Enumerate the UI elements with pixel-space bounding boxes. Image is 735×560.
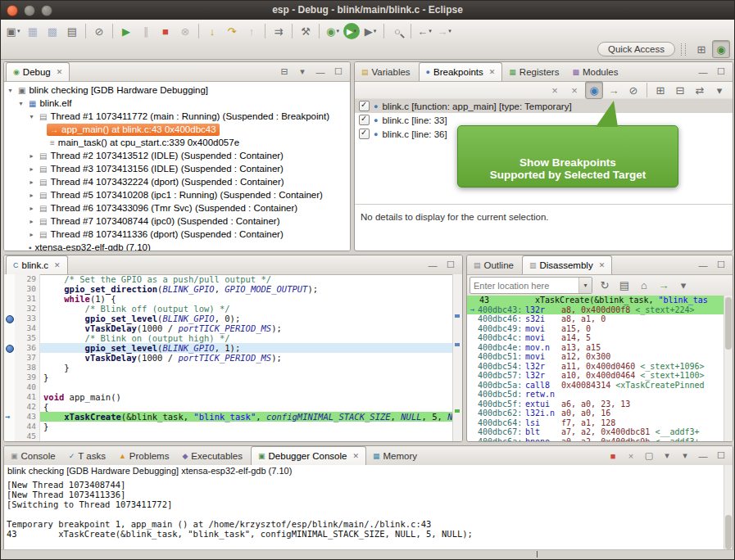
debug-tree-row[interactable]: ▾▤Thread #1 1073411772 (main : Running) … [4, 110, 350, 123]
breakpoint-gutter-cell[interactable] [4, 274, 15, 284]
tab-console[interactable]: ▣Console [4, 446, 62, 465]
debug-tree-row[interactable]: ▸▤Thread #5 1073410208 (ipc1 : Running) … [4, 188, 350, 201]
line-number[interactable]: 45 [15, 431, 40, 441]
run-icon[interactable]: ▶ [343, 23, 360, 39]
line-number[interactable]: 34 [15, 323, 40, 333]
disassembly-row[interactable]: 400dbc46:s32ia8, a1, 0 [467, 314, 724, 324]
tree-item[interactable]: ▤Thread #1 1073411772 (main : Running) (… [36, 111, 333, 123]
disassembly-row[interactable]: 400dbc54:l32ra11, 0x400d0460<_stext+1096… [467, 362, 724, 372]
breakpoint-gutter-cell[interactable] [4, 363, 15, 373]
debug-tree[interactable]: ▾▣blink checking [GDB Hardware Debugging… [4, 82, 350, 251]
build-icon[interactable]: ⚒ [297, 22, 315, 40]
breakpoint-gutter-cell[interactable] [4, 284, 15, 294]
tree-expander-icon[interactable]: ▸ [27, 218, 36, 225]
debug-tree-row[interactable]: →app_main() at blink.c:43 0x400dbc43 [4, 123, 350, 136]
tree-item[interactable]: ▣blink checking [GDB Hardware Debugging] [15, 84, 211, 97]
skip-all-breakpoints-icon[interactable]: ⊘ [90, 22, 108, 40]
resume-icon[interactable]: ▶ [117, 22, 135, 40]
maximize-view-icon[interactable]: ☐ [330, 64, 347, 80]
window-maximize-button[interactable] [41, 5, 52, 16]
minimize-view-icon[interactable]: — [695, 64, 711, 80]
tree-expander-icon[interactable]: ▸ [27, 152, 36, 160]
breakpoint-gutter-cell[interactable] [4, 353, 15, 363]
code-text[interactable]: void app_main() [40, 392, 453, 402]
suspend-icon[interactable]: ∥ [137, 22, 155, 40]
disassembly-scrollbar[interactable] [724, 296, 733, 441]
code-text[interactable]: gpio_set_direction(BLINK_GPIO, GPIO_MODE… [40, 284, 453, 294]
back-icon[interactable]: ← [415, 22, 433, 40]
breakpoint-gutter-cell[interactable] [4, 392, 15, 402]
show-supported-breakpoints-icon[interactable]: ◉ [585, 81, 603, 99]
tree-expander-icon[interactable]: ▾ [27, 113, 36, 120]
breakpoint-gutter-cell[interactable] [4, 294, 15, 304]
remove-all-breakpoints-icon[interactable]: × [565, 81, 583, 99]
maximize-view-icon[interactable]: ☐ [713, 448, 729, 464]
disassembly-row[interactable]: 400dbc67:blta7, a2, 0x400dbc81<__addf3+ [467, 427, 724, 437]
tab-debugger-console[interactable]: ▣Debugger Console✕ [251, 446, 366, 465]
close-tab-icon[interactable]: ✕ [54, 261, 61, 269]
code-text[interactable]: /* Blink off (output low) */ [40, 304, 453, 314]
overview-ruler-mark[interactable] [455, 409, 460, 413]
debug-tree-row[interactable]: ▸▤Thread #7 1073408744 (ipc0) (Suspended… [4, 215, 350, 228]
instruction-stepping-icon[interactable]: ⇉ [270, 22, 288, 40]
code-text[interactable] [40, 431, 453, 441]
tree-item[interactable]: ▤Thread #6 1073433096 (Tmr Svc) (Suspend… [36, 202, 301, 215]
minimize-view-icon[interactable]: — [695, 448, 711, 464]
tab-executables[interactable]: ◆Executables [175, 446, 249, 465]
breakpoint-row[interactable]: ●blink.c [function: app_main] [type: Tem… [355, 99, 733, 113]
code-text[interactable]: } [40, 373, 453, 382]
code-text[interactable]: vTaskDelay(1000 / portTICK_PERIOD_MS); [40, 353, 453, 363]
debug-tree-row[interactable]: ≡main_task() at cpu_start.c:339 0x400d05… [4, 136, 350, 149]
expand-all-icon[interactable]: ⊞ [651, 81, 669, 99]
tab-outline[interactable]: ▤Outline [467, 255, 520, 274]
location-combo-dropdown-icon[interactable] [578, 278, 592, 293]
minimize-view-icon[interactable]: — [424, 257, 441, 273]
line-number[interactable]: 29 [15, 274, 40, 284]
tree-item[interactable]: ▪xtensa-esp32-elf-gdb (7.10) [25, 242, 154, 252]
overview-ruler[interactable] [452, 274, 462, 441]
minimize-view-icon[interactable]: — [312, 64, 329, 80]
terminate-icon[interactable]: ■ [605, 448, 621, 464]
tree-expander-icon[interactable]: ▸ [27, 231, 36, 238]
disassembly-row[interactable]: 400dbc62:l32i.na0, a0, 16 [467, 409, 724, 418]
breakpoint-gutter-cell[interactable] [4, 323, 15, 333]
save-icon[interactable]: ▦ [24, 22, 42, 40]
tree-item[interactable]: ▤Thread #4 1073432224 (dport) (Suspended… [36, 176, 288, 188]
terminate-icon[interactable]: ■ [157, 22, 175, 40]
disassembly-row[interactable]: 400dbc5a:call80x40084314<xTaskCreatePinn… [467, 381, 724, 391]
disassembly-row[interactable]: 400dbc5f:extuia6, a0, 23, 13 [467, 400, 724, 409]
breakpoint-checkbox[interactable] [359, 115, 370, 125]
save-all-icon[interactable]: ▩ [43, 22, 61, 40]
view-menu-icon[interactable]: ▾ [294, 64, 311, 80]
disassembly-row[interactable]: 400dbc64:lsif7, a1, 128 [467, 418, 724, 428]
tab-variables[interactable]: ▤Variables [355, 62, 417, 81]
step-over-icon[interactable]: ↷ [223, 22, 241, 40]
line-number[interactable]: 33 [15, 314, 40, 323]
breakpoint-gutter-cell[interactable] [4, 343, 15, 353]
close-tab-icon[interactable]: ✕ [489, 68, 496, 76]
skip-all-breakpoints-icon[interactable]: ⊘ [624, 81, 642, 99]
refresh-icon[interactable]: ↻ [596, 277, 614, 295]
disassembly-listing[interactable]: 43xTaskCreate(&blink_task, "blink_tas→40… [467, 296, 724, 441]
disassembly-row[interactable]: 400dbc6a:bnonea0, a2, 0x400dbc9b<__addf3… [467, 437, 724, 442]
scrollbar-thumb[interactable] [725, 515, 732, 549]
line-number[interactable]: 37 [15, 353, 40, 363]
location-combo-value[interactable]: Enter location here [470, 281, 578, 291]
perspective-bar-grip[interactable] [681, 43, 686, 56]
debug-tree-row[interactable]: ▸▤Thread #3 1073413156 (IDLE) (Suspended… [4, 162, 350, 175]
step-return-icon[interactable]: ↑ [243, 22, 261, 40]
disassembly-row[interactable]: 400dbc5d:retw.n [467, 390, 724, 400]
tab-modules[interactable]: ▩Modules [565, 62, 624, 81]
remove-all-launches-icon[interactable]: × [623, 448, 639, 464]
line-number[interactable]: 41 [15, 392, 40, 402]
line-number[interactable]: 30 [15, 284, 40, 294]
tree-item[interactable]: ▤Thread #7 1073408744 (ipc0) (Suspended … [36, 215, 283, 228]
close-tab-icon[interactable]: ✕ [57, 68, 63, 76]
code-text[interactable]: /* Blink on (output high) */ [40, 333, 453, 343]
overview-ruler-mark[interactable] [455, 314, 460, 318]
disassembly-row[interactable]: 400dbc49:movia15, 0 [467, 324, 724, 334]
breakpoint-gutter-cell[interactable] [4, 431, 15, 441]
tree-item[interactable]: ▤Thread #2 1073413512 (IDLE) (Suspended … [36, 150, 287, 162]
disassembly-row[interactable]: 400dbc51:movia12, 0x300 [467, 352, 724, 362]
open-perspective-icon[interactable]: ⊞ [692, 40, 710, 58]
